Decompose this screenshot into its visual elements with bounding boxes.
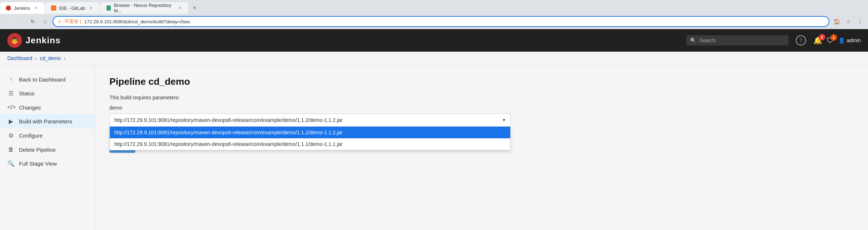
bell-notification-button[interactable]: 🔔 2 [813,36,822,45]
tab-nexus[interactable]: Browse - Nexus Repository M... × [101,2,188,14]
sidebar-item-back-to-dashboard[interactable]: ↑ Back to Dashboard [0,72,94,86]
breadcrumb-sep-2: › [64,55,66,61]
arrow-up-icon: ↑ [7,76,15,83]
home-button[interactable]: ⌂ [40,16,50,27]
build-requires-text: This build requires parameters: [109,95,853,100]
gitlab-favicon-icon [51,5,56,11]
jenkins-logo[interactable]: 👨 Jenkins [7,33,61,48]
header-icons: 🔔 2 🛡 1 👤 admin [813,36,861,45]
breadcrumb-sep-1: › [35,55,37,61]
jenkins-favicon-icon [6,5,11,11]
jenkins-header: 👨 Jenkins 🔍 ? 🔔 2 🛡 1 👤 admin [0,29,868,52]
shield-notification-button[interactable]: 🛡 1 [827,36,834,45]
sidebar-item-back-to-dashboard-label: Back to Dashboard [19,76,66,83]
search-stages-icon: 🔍 [7,160,15,167]
new-tab-button[interactable]: + [189,2,201,14]
search-input[interactable] [686,35,788,45]
main-layout: ↑ Back to Dashboard ☰ Status </> Changes… [0,65,868,230]
address-bar[interactable]: ⚠ 不安全 | 172.29.9.101:8080/job/cd_demo/bu… [53,16,829,27]
play-icon: ▶ [7,118,15,125]
search-icon: 🔍 [690,37,696,43]
sidebar-item-full-stage-view[interactable]: 🔍 Full Stage View [0,156,94,171]
trash-icon: 🗑 [7,146,15,153]
address-bar-actions: 🏠 ☆ ⋮ [832,16,865,27]
nexus-favicon-icon [106,5,111,11]
back-button[interactable]: ← [3,16,13,27]
sidebar-item-changes[interactable]: </> Changes [0,100,94,114]
tab-jenkins-close[interactable]: × [33,5,39,11]
tab-bar: Jenkins × IDE - GitLab × Browse - Nexus … [0,0,868,14]
url-text: 172.29.9.101:8080/job/cd_demo/build?dela… [84,19,190,24]
param-label: demo [109,105,853,111]
status-icon: ☰ [7,90,15,97]
security-icon: ⚠ [58,19,62,24]
breadcrumb: Dashboard › cd_demo › [0,52,868,65]
sidebar-item-build-with-parameters[interactable]: ▶ Build with Parameters [0,114,94,128]
tab-jenkins[interactable]: Jenkins × [0,2,44,14]
url-prefix: 不安全 | [65,18,81,25]
forward-button[interactable]: → [15,16,26,27]
sidebar-item-configure-label: Configure [19,132,43,139]
user-menu-button[interactable]: 👤 admin [838,37,861,43]
sidebar-item-changes-label: Changes [19,104,41,111]
reload-button[interactable]: ↻ [28,16,38,27]
search-wrapper: 🔍 [686,35,788,45]
bell-badge: 2 [819,34,825,40]
address-bar-row: ← → ↻ ⌂ ⚠ 不安全 | 172.29.9.101:8080/job/cd… [0,14,868,29]
breadcrumb-dashboard[interactable]: Dashboard [7,55,32,61]
tab-gitlab[interactable]: IDE - GitLab × [45,2,100,14]
browser-chrome: Jenkins × IDE - GitLab × Browse - Nexus … [0,0,868,29]
page-title: Pipeline cd_demo [109,76,853,87]
content-area: Pipeline cd_demo This build requires par… [95,65,868,230]
dropdown-options-list: http://172.29.9.101:8081/repository/mave… [109,127,511,150]
changes-icon: </> [7,104,15,111]
dropdown-option-selected[interactable]: http://172.29.9.101:8081/repository/mave… [110,127,510,138]
sidebar: ↑ Back to Dashboard ☰ Status </> Changes… [0,65,95,230]
help-button[interactable]: ? [796,35,806,45]
tab-gitlab-label: IDE - GitLab [59,5,85,11]
translate-button[interactable]: 🏠 [832,16,842,27]
dropdown-container: http://172.29.9.101:8081/repository/mave… [109,114,511,127]
shield-badge: 1 [830,34,837,41]
sidebar-item-configure[interactable]: ⚙ Configure [0,128,94,143]
jenkins-title: Jenkins [26,35,61,45]
user-icon: 👤 [838,37,845,43]
menu-button[interactable]: ⋮ [855,16,865,27]
demo-param-select[interactable]: http://172.29.9.101:8081/repository/mave… [109,114,511,127]
bookmark-button[interactable]: ☆ [843,16,853,27]
sidebar-item-delete-pipeline[interactable]: 🗑 Delete Pipeline [0,143,94,156]
sidebar-item-full-stage-view-label: Full Stage View [19,160,57,167]
breadcrumb-cd-demo[interactable]: cd_demo [40,55,61,61]
tab-gitlab-close[interactable]: × [88,5,94,11]
tab-jenkins-label: Jenkins [14,5,30,11]
user-label: admin [847,37,861,43]
sidebar-item-status-label: Status [19,90,35,96]
sidebar-item-build-with-parameters-label: Build with Parameters [19,118,72,124]
sidebar-item-status[interactable]: ☰ Status [0,86,94,100]
tab-nexus-label: Browse - Nexus Repository M... [114,3,174,13]
gear-icon: ⚙ [7,132,15,139]
jenkins-logo-icon: 👨 [7,33,22,48]
jenkins-logo-face-icon: 👨 [11,36,19,44]
tab-nexus-close[interactable]: × [177,5,182,11]
dropdown-option-1-item[interactable]: http://172.29.9.101:8081/repository/mave… [110,138,510,150]
sidebar-item-delete-pipeline-label: Delete Pipeline [19,147,56,153]
